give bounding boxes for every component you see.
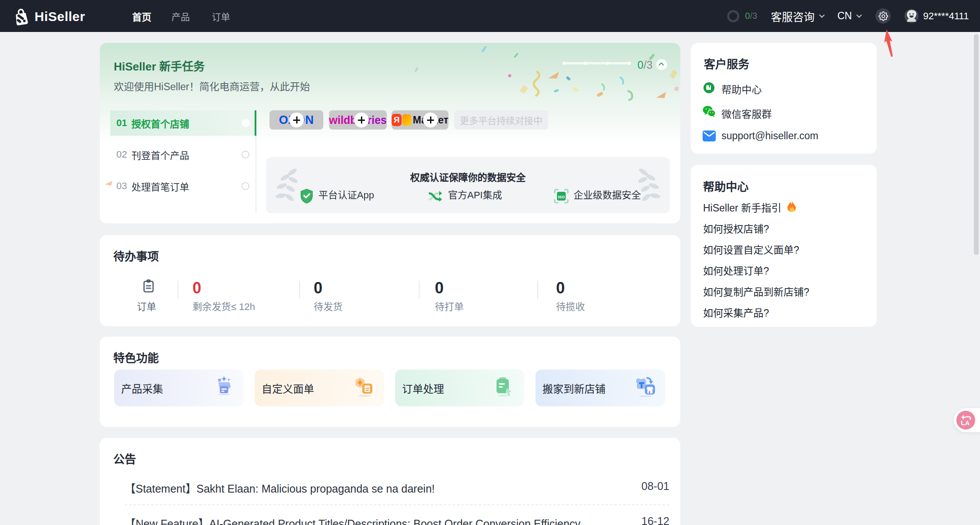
svg-text:A: A — [965, 419, 970, 426]
svg-text:ISO: ISO — [558, 195, 565, 199]
